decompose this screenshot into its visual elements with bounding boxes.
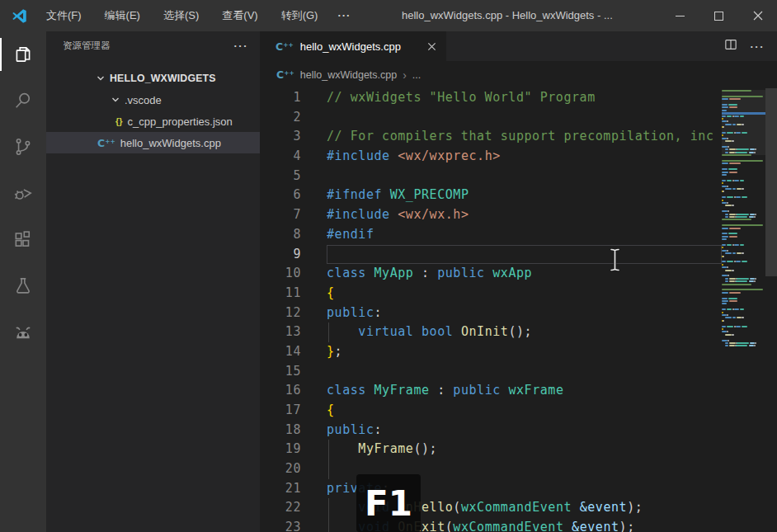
activity-bar [0,31,46,532]
menu-selection[interactable]: 选择(S) [152,0,210,31]
tree-item-cpp-file[interactable]: C++ hello_wxWidgets.cpp [46,132,260,153]
minimap-line [754,152,756,153]
line-number: 5 [260,167,327,186]
code-line-22[interactable]: 22 void OnHello(wxCommandEvent &event); [260,498,722,518]
tab-hello-wxwidgets-cpp[interactable]: C++ hello_wxWidgets.cpp [260,31,446,61]
titlebar: 文件(F) 编辑(E) 选择(S) 查看(V) 转到(G) ··· hello_… [0,0,777,31]
minimap-line [742,188,744,190]
minimap-line [727,186,728,187]
minimap-line [722,238,727,240]
line-number: 15 [260,362,327,382]
breadcrumb-symbol[interactable]: ... [412,69,421,81]
line-number: 18 [260,421,327,440]
code-line-21[interactable]: 21private: [260,479,722,499]
maximize-icon [714,12,723,21]
tab-close-button[interactable] [427,42,436,51]
code-line-7[interactable]: 7#include <wx/wx.h> [260,205,722,225]
cpp-file-icon: C++ [97,137,115,149]
minimap-line [736,132,741,134]
minimize-icon [676,16,685,16]
editor-more-actions-button[interactable]: ··· [751,40,765,53]
minimize-button[interactable] [661,0,699,31]
code-line-4[interactable]: 4#include <wx/wxprec.h> [260,147,722,167]
activitybar-extensions[interactable] [0,216,46,262]
minimap-line [727,331,728,332]
minimap-line [725,188,731,190]
minimap-line [729,292,741,294]
tree-item-vscode-folder[interactable]: .vscode [46,89,260,111]
minimap-line [722,224,763,226]
minimap-line [729,98,741,100]
minimap-line [722,98,728,100]
maximize-button[interactable] [699,0,738,31]
minimap[interactable] [722,90,765,532]
indent-guide [328,459,329,479]
minimap-line [722,182,723,184]
minimap-line [725,140,731,142]
minimap-line [734,244,739,246]
activitybar-robot-extension[interactable] [0,308,46,355]
code-line-19[interactable]: 19 MyFrame(); [260,440,722,459]
minimap-line [722,308,726,310]
minimap-line [725,334,731,336]
menu-view[interactable]: 查看(V) [210,0,269,31]
minimap-line [740,180,744,181]
minimap-line [742,261,747,262]
tree-item-root-folder[interactable]: HELLO_WXWIDGETS [46,68,260,89]
minimap-line [727,196,732,198]
code-line-9[interactable]: 9 [260,245,722,265]
menu-file[interactable]: 文件(F) [35,0,93,31]
code-line-3[interactable]: 3// For compilers that support precompil… [260,127,722,147]
minimap-line [750,214,755,215]
vertical-scrollbar[interactable] [765,88,777,532]
activitybar-search[interactable] [0,78,46,124]
breadcrumb-file[interactable]: hello_wxWidgets.cpp [300,69,397,81]
explorer-more-actions-button[interactable]: ··· [234,40,249,52]
activitybar-source-control[interactable] [0,124,46,170]
close-button[interactable] [738,0,777,31]
close-icon [427,42,436,51]
code-line-8[interactable]: 8#endif [260,225,722,245]
code-line-17[interactable]: 17{ [260,401,722,421]
code-line-6[interactable]: 6#ifndef WX_PRECOMP [260,186,722,205]
code-line-20[interactable]: 20 [260,459,722,479]
code-line-16[interactable]: 16class MyFrame : public wxFrame [260,381,722,401]
minimap-line [736,326,741,327]
code-line-13[interactable]: 13 virtual bool OnInit(); [260,322,722,342]
code-line-5[interactable]: 5 [260,167,722,186]
minimap-line [722,154,751,156]
minimap-line [725,278,728,280]
line-content: { [327,284,722,304]
split-editor-button[interactable] [723,37,738,55]
breadcrumb[interactable]: C++ hello_wxWidgets.cpp › ... [260,61,777,88]
activitybar-testing[interactable] [0,262,46,308]
tree-item-json-file[interactable]: {} c_cpp_properties.json [46,111,260,132]
activitybar-run-debug[interactable] [0,170,46,216]
code-line-15[interactable]: 15 [260,362,722,382]
code-editor[interactable]: 1// wxWidgets "Hello World" Program23// … [260,88,777,532]
minimap-line [722,104,728,106]
code-line-12[interactable]: 12public: [260,304,722,323]
code-line-2[interactable]: 2 [260,108,722,128]
file-label: hello_wxWidgets.cpp [120,137,221,149]
code-area[interactable]: 1// wxWidgets "Hello World" Program23// … [260,88,722,532]
line-content: // wxWidgets "Hello World" Program [327,88,722,108]
menu-overflow-button[interactable]: ··· [329,0,359,31]
code-line-1[interactable]: 1// wxWidgets "Hello World" Program [260,88,722,108]
code-line-10[interactable]: 10class MyApp : public wxApp [260,264,722,284]
minimap-line [755,214,756,215]
line-content: #ifndef WX_PRECOMP [327,186,722,205]
code-line-18[interactable]: 18public: [260,421,722,440]
minimap-line [728,210,729,212]
minimap-line [755,342,756,344]
minimap-line [749,216,754,218]
activitybar-explorer[interactable] [0,31,46,78]
menu-goto[interactable]: 转到(G) [270,0,330,31]
scrollbar-thumb[interactable] [765,88,777,276]
menu-edit[interactable]: 编辑(E) [93,0,152,31]
minimap-line [732,252,736,254]
code-line-11[interactable]: 11{ [260,284,722,304]
code-line-23[interactable]: 23 void OnExit(wxCommandEvent &event); [260,518,722,532]
minimap-line [728,275,729,276]
code-line-14[interactable]: 14}; [260,342,722,362]
